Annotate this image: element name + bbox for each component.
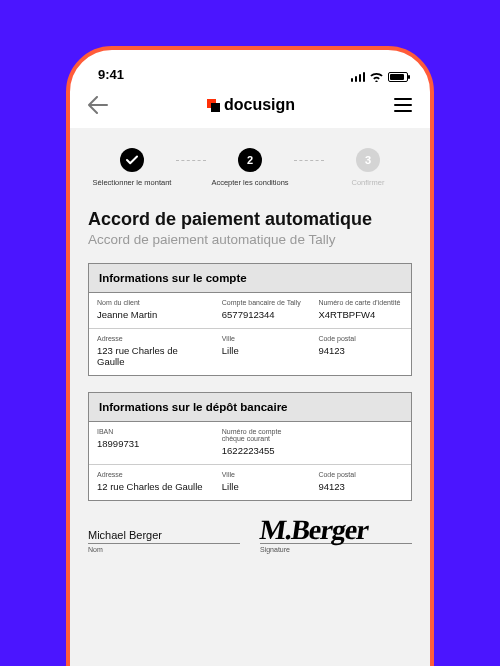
brand-name: docusign bbox=[224, 96, 295, 114]
signature-row: Michael Berger Nom M.Berger Signature bbox=[88, 519, 412, 553]
app-header: docusign bbox=[70, 82, 430, 128]
page-title: Accord de paiement automatique bbox=[88, 209, 412, 230]
signature-block[interactable]: M.Berger Signature bbox=[260, 519, 412, 553]
signal-icon bbox=[351, 72, 366, 82]
field-value: X4RTBPFW4 bbox=[318, 309, 403, 320]
account-card: Informations sur le compte Nom du client… bbox=[88, 263, 412, 376]
step-num: 3 bbox=[356, 148, 380, 172]
field-value: 1622223455 bbox=[222, 445, 303, 456]
step-2[interactable]: 2 Accepter les conditions bbox=[206, 148, 294, 187]
field-value: 94123 bbox=[318, 481, 403, 492]
deposit-card: Informations sur le dépôt bancaire IBAN1… bbox=[88, 392, 412, 501]
phone-frame: 9:41 docusign bbox=[66, 46, 434, 666]
brand-logo: docusign bbox=[207, 96, 295, 114]
step-label: Sélectionner le montant bbox=[93, 178, 172, 187]
status-icons bbox=[351, 71, 409, 82]
table-row: Adresse12 rue Charles de Gaulle VilleLil… bbox=[89, 465, 411, 500]
step-label: Accepter les conditions bbox=[211, 178, 288, 187]
field-value: 94123 bbox=[318, 345, 403, 356]
step-connector bbox=[294, 160, 324, 161]
step-num: 2 bbox=[238, 148, 262, 172]
stepper: Sélectionner le montant 2 Accepter les c… bbox=[88, 148, 412, 187]
signature-name-label: Nom bbox=[88, 546, 240, 553]
check-icon bbox=[120, 148, 144, 172]
field-label: Numéro de compte chèque courant bbox=[222, 428, 303, 442]
step-connector bbox=[176, 160, 206, 161]
status-bar: 9:41 bbox=[70, 50, 430, 82]
content-area: Sélectionner le montant 2 Accepter les c… bbox=[70, 128, 430, 666]
field-value: Lille bbox=[222, 345, 303, 356]
field-value: 6577912344 bbox=[222, 309, 303, 320]
field-label: Adresse bbox=[97, 335, 206, 342]
menu-button[interactable] bbox=[394, 98, 412, 112]
account-heading: Informations sur le compte bbox=[89, 264, 411, 293]
table-row: Nom du clientJeanne Martin Compte bancai… bbox=[89, 293, 411, 329]
table-row: Adresse123 rue Charles de Gaulle VilleLi… bbox=[89, 329, 411, 375]
brand-mark-icon bbox=[207, 99, 220, 112]
signature-label: Signature bbox=[260, 546, 412, 553]
field-label: IBAN bbox=[97, 428, 206, 435]
page-subtitle: Accord de paiement automatique de Tally bbox=[88, 232, 412, 247]
field-value: Jeanne Martin bbox=[97, 309, 206, 320]
field-label: Numéro de carte d'identité bbox=[318, 299, 403, 306]
field-label: Ville bbox=[222, 471, 303, 478]
field-value: 123 rue Charles de Gaulle bbox=[97, 345, 206, 367]
step-label: Confirmer bbox=[352, 178, 385, 187]
table-row: IBAN18999731 Numéro de compte chèque cou… bbox=[89, 422, 411, 465]
deposit-heading: Informations sur le dépôt bancaire bbox=[89, 393, 411, 422]
signatory-name: Michael Berger bbox=[88, 529, 240, 541]
field-value: 18999731 bbox=[97, 438, 206, 449]
field-value: Lille bbox=[222, 481, 303, 492]
status-time: 9:41 bbox=[98, 67, 124, 82]
wifi-icon bbox=[369, 71, 384, 82]
field-value: 12 rue Charles de Gaulle bbox=[97, 481, 206, 492]
signature-scribble: M.Berger bbox=[258, 519, 413, 541]
step-3[interactable]: 3 Confirmer bbox=[324, 148, 412, 187]
field-label: Code postal bbox=[318, 335, 403, 342]
step-1[interactable]: Sélectionner le montant bbox=[88, 148, 176, 187]
field-label: Nom du client bbox=[97, 299, 206, 306]
field-label: Ville bbox=[222, 335, 303, 342]
field-label: Code postal bbox=[318, 471, 403, 478]
signature-name-block: Michael Berger Nom bbox=[88, 529, 240, 553]
battery-icon bbox=[388, 72, 408, 82]
field-label: Adresse bbox=[97, 471, 206, 478]
field-label: Compte bancaire de Tally bbox=[222, 299, 303, 306]
back-button[interactable] bbox=[88, 96, 108, 114]
